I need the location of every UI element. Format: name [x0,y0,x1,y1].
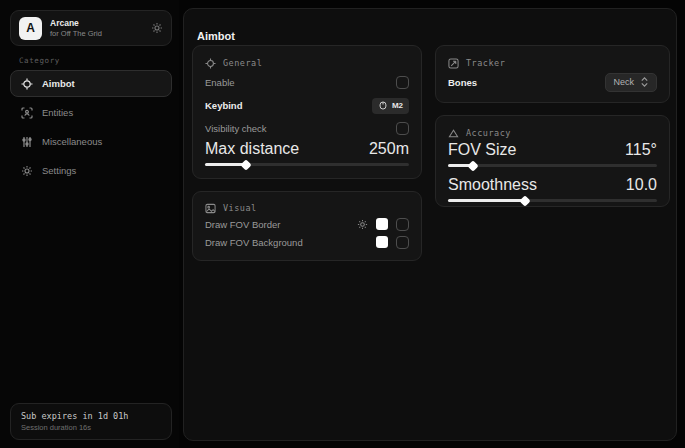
subscription-info-box: Sub expires in 1d 01h Session duration 1… [10,403,172,440]
selector-updown-icon [640,77,649,87]
max-distance-value: 250m [369,140,409,158]
sidebar-item-label: Settings [42,165,76,176]
app-logo-letter: A [26,21,35,35]
sidebar-item-miscellaneous[interactable]: Miscellaneous [10,128,172,155]
smoothness-label: Smoothness [448,176,537,194]
gear-icon [21,165,33,177]
session-duration-text: Session duration 16s [21,423,161,432]
row-smoothness: Smoothness 10.0 [448,176,657,194]
fov-border-color-swatch[interactable] [376,218,388,230]
card-visual: Visual Draw FOV Border Draw FOV Backgrou… [192,191,422,261]
visibility-check-label: Visibility check [205,123,267,134]
crosshair-icon [205,58,216,69]
app-logo: A [19,17,42,40]
mouse-icon [378,101,388,110]
sub-expires-text: Sub expires in 1d 01h [21,411,161,421]
draw-fov-border-checkbox[interactable] [396,218,409,231]
sidebar-item-label: Entities [42,107,73,118]
card-tracker-header: Tracker [466,58,505,68]
sliders-icon [21,136,33,148]
sidebar-item-label: Aimbot [42,78,75,89]
draw-fov-border-label: Draw FOV Border [205,219,281,230]
app-subtitle: for Off The Grid [50,29,143,38]
keybind-value: M2 [392,101,403,110]
sidebar-item-label: Miscellaneous [42,136,102,147]
smoothness-value: 10.0 [626,176,657,194]
slider-thumb[interactable] [467,160,478,171]
row-max-distance: Max distance 250m [205,140,409,158]
category-label: Category [19,56,60,65]
keybind-button[interactable]: M2 [372,98,409,114]
row-bones: Bones Neck [448,71,657,93]
row-visibility-check: Visibility check [205,117,409,140]
sidebar-item-entities[interactable]: Entities [10,99,172,126]
app-header-card: A Arcane for Off The Grid [10,10,172,46]
row-enable: Enable [205,71,409,94]
row-keybind: Keybind M2 [205,94,409,117]
fov-border-gear-icon[interactable] [357,219,368,230]
fov-size-slider[interactable] [448,160,657,170]
bones-selected-value: Neck [613,77,634,87]
row-fov-size: FOV Size 115° [448,141,657,159]
user-scan-icon [21,107,33,119]
sidebar-item-aimbot[interactable]: Aimbot [10,70,172,97]
max-distance-slider[interactable] [205,159,409,169]
card-accuracy: Accuracy FOV Size 115° Smoothness 10.0 [435,115,670,207]
sidebar-item-settings[interactable]: Settings [10,157,172,184]
keybind-label: Keybind [205,100,242,111]
fov-background-color-swatch[interactable] [376,236,388,248]
draw-fov-background-label: Draw FOV Background [205,237,303,248]
slider-thumb[interactable] [240,159,251,170]
radar-icon [448,58,459,69]
slider-thumb[interactable] [520,195,531,206]
fov-size-label: FOV Size [448,141,516,159]
sidebar: A Arcane for Off The Grid Category Aimbo… [0,0,179,448]
enable-checkbox[interactable] [396,76,409,89]
page-title: Aimbot [197,30,235,42]
card-general-header: General [223,58,262,68]
image-icon [205,203,216,214]
fov-size-value: 115° [625,141,657,159]
bones-select[interactable]: Neck [605,73,657,92]
card-tracker: Tracker Bones Neck [435,45,670,103]
row-draw-fov-background: Draw FOV Background [205,233,409,251]
angle-icon [448,128,459,139]
draw-fov-background-checkbox[interactable] [396,236,409,249]
main-panel: Aimbot General Enable Keybind M2 [183,8,677,441]
card-accuracy-header: Accuracy [466,128,511,138]
app-title: Arcane [50,18,143,29]
card-visual-header: Visual [223,203,257,213]
bones-label: Bones [448,77,477,88]
settings-gear-icon[interactable] [151,22,163,34]
card-general: General Enable Keybind M2 Visibility che… [192,45,422,179]
max-distance-label: Max distance [205,140,299,158]
smoothness-slider[interactable] [448,195,657,205]
sidebar-nav: Aimbot Entities Miscellaneous [10,70,172,185]
enable-label: Enable [205,77,235,88]
row-draw-fov-border: Draw FOV Border [205,215,409,233]
crosshair-icon [21,78,33,90]
visibility-check-checkbox[interactable] [396,122,409,135]
